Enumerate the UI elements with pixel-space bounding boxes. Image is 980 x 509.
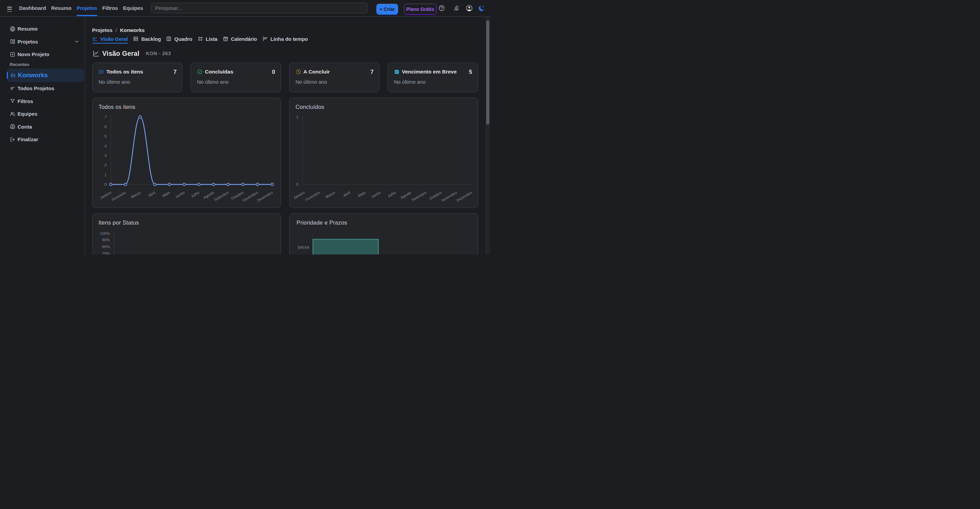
- calendar-solid-icon: [394, 69, 399, 75]
- sidebar-label: Todos Projetos: [18, 85, 54, 91]
- sidebar-item-conta[interactable]: Conta: [0, 121, 85, 134]
- stat-value: 0: [272, 69, 275, 75]
- chart-concluidos: Concluídos 10JaneiroFevereiroMarçoAbrilM…: [289, 98, 478, 208]
- logout-icon: [10, 137, 15, 142]
- sidebar-label: Resumo: [18, 26, 38, 32]
- svg-text:Julho: Julho: [387, 190, 396, 198]
- main-content: Projetos / Konworks Visão Geral: [85, 17, 490, 255]
- help-icon[interactable]: [439, 5, 445, 11]
- stat-label: Vencimento em Breve: [402, 69, 457, 75]
- folder-open-icon: [10, 73, 16, 78]
- stat-card-vencimento-em-breve: Vencimento em Breve 5 No último ano: [388, 63, 478, 92]
- sidebar-label: Equipes: [18, 111, 37, 117]
- dark-mode-icon[interactable]: [478, 5, 485, 11]
- svg-text:1: 1: [296, 115, 298, 119]
- sidebar-item-todos-projetos[interactable]: Todos Projetos: [0, 82, 85, 95]
- notifications-off-icon[interactable]: [453, 5, 460, 11]
- svg-text:80%: 80%: [102, 245, 110, 249]
- sidebar-label: Filtros: [18, 98, 33, 104]
- breadcrumb-projetos[interactable]: Projetos: [92, 27, 113, 33]
- chart-prioridade-e-prazos: Prioridade e Prazos BAIXA: [289, 213, 478, 255]
- users-icon: [10, 111, 15, 117]
- calendar-check-icon: [223, 36, 228, 41]
- sidebar-item-projetos[interactable]: Projetos: [0, 35, 85, 48]
- stat-subtitle: No último ano: [99, 79, 177, 85]
- checklist-icon: [198, 36, 203, 41]
- svg-text:Junho: Junho: [174, 190, 185, 199]
- chart-canvas: 10JaneiroFevereiroMarçoAbrilMaioJunhoJul…: [290, 98, 479, 208]
- topbar: Dashboard Resumo Projetos Filtros Equipe…: [0, 0, 490, 17]
- sidebar-item-finalizar[interactable]: Finalizar: [0, 133, 85, 146]
- svg-text:Agosto: Agosto: [399, 190, 412, 200]
- chevron-down-icon: [75, 40, 79, 44]
- sidebar-item-equipes[interactable]: Equipes: [0, 108, 85, 121]
- breadcrumb: Projetos / Konworks: [92, 27, 478, 33]
- svg-text:5: 5: [105, 134, 107, 138]
- sidebar: Resumo Projetos Novo Projeto Recentes: [0, 17, 85, 255]
- svg-text:2: 2: [105, 163, 107, 167]
- stat-subtitle: No último ano: [394, 79, 472, 85]
- topbar-icons: [0, 0, 490, 16]
- funnel-icon: [10, 98, 15, 104]
- stat-subtitle: No último ano: [296, 79, 374, 85]
- page-title-row: Visão Geral KON - 263: [92, 50, 478, 57]
- svg-text:Janeiro: Janeiro: [99, 190, 111, 200]
- sidebar-label: Conta: [18, 124, 32, 130]
- page-scrollbar[interactable]: [486, 21, 489, 124]
- tab-label: Lista: [206, 36, 218, 42]
- tab-calendario[interactable]: Calendário: [223, 36, 257, 44]
- globe-icon: [10, 26, 15, 32]
- stat-card-concluidas: Concluídas 0 No último ano: [191, 63, 281, 92]
- stat-label: Todos os itens: [107, 69, 143, 75]
- stat-label: Concluídas: [205, 69, 234, 75]
- svg-text:100%: 100%: [100, 231, 110, 235]
- tab-lista[interactable]: Lista: [198, 36, 218, 44]
- sidebar-item-konworks[interactable]: Konworks: [7, 68, 84, 82]
- dashboard-grid: Todos os itens 7 No último ano Concluída…: [92, 63, 478, 255]
- stat-label: A Concluir: [304, 69, 330, 75]
- stack-icon: [133, 36, 138, 41]
- svg-text:Maio: Maio: [357, 190, 366, 198]
- plus-square-icon: [10, 52, 15, 57]
- svg-text:90%: 90%: [102, 238, 110, 242]
- sidebar-item-filtros[interactable]: Filtros: [0, 95, 85, 108]
- svg-text:Dezembro: Dezembro: [256, 190, 273, 202]
- tab-quadro[interactable]: Quadro: [166, 36, 192, 44]
- overview-chart-icon: [92, 50, 99, 57]
- chart-title: Itens por Status: [99, 220, 139, 226]
- sidebar-label: Konworks: [18, 72, 48, 79]
- svg-text:Maio: Maio: [161, 190, 170, 198]
- check-circle-icon: [197, 69, 202, 75]
- tab-label: Calendário: [231, 36, 257, 42]
- svg-text:BAIXA: BAIXA: [298, 245, 309, 249]
- view-tabs: Visão Geral Backlog Quadro: [92, 36, 478, 47]
- sidebar-section-recentes: Recentes: [0, 61, 85, 68]
- tab-visao-geral[interactable]: Visão Geral: [92, 36, 128, 44]
- stat-card-a-concluir: A Concluir 7 No último ano: [289, 63, 380, 92]
- stat-value: 5: [469, 69, 472, 75]
- stat-subtitle: No último ano: [197, 79, 275, 85]
- stat-value: 7: [173, 69, 177, 75]
- svg-text:Março: Março: [130, 190, 141, 199]
- account-icon[interactable]: [466, 5, 473, 11]
- tab-backlog[interactable]: Backlog: [133, 36, 161, 44]
- tab-label: Visão Geral: [100, 36, 128, 42]
- svg-text:0: 0: [296, 182, 298, 186]
- chart-canvas: 76543210JaneiroFevereiroMarçoAbrilMaioJu…: [92, 98, 281, 208]
- svg-text:4: 4: [105, 143, 107, 148]
- board-icon: [166, 36, 172, 41]
- sidebar-item-resumo[interactable]: Resumo: [0, 22, 85, 35]
- project-code: KON - 263: [146, 51, 171, 56]
- svg-text:70%: 70%: [102, 251, 110, 254]
- tab-label: Quadro: [174, 36, 192, 42]
- list-icon: [99, 69, 104, 75]
- sidebar-label: Novo Projeto: [18, 51, 49, 57]
- svg-text:Dezembro: Dezembro: [456, 190, 473, 202]
- svg-text:Março: Março: [325, 190, 336, 199]
- sidebar-item-novo-projeto[interactable]: Novo Projeto: [0, 48, 85, 61]
- svg-text:Setembro: Setembro: [411, 190, 427, 202]
- svg-text:7: 7: [105, 115, 107, 119]
- tab-linha-do-tempo[interactable]: Linha do tempo: [262, 36, 308, 44]
- svg-text:Janeiro: Janeiro: [292, 190, 305, 200]
- user-circle-icon: [10, 124, 15, 129]
